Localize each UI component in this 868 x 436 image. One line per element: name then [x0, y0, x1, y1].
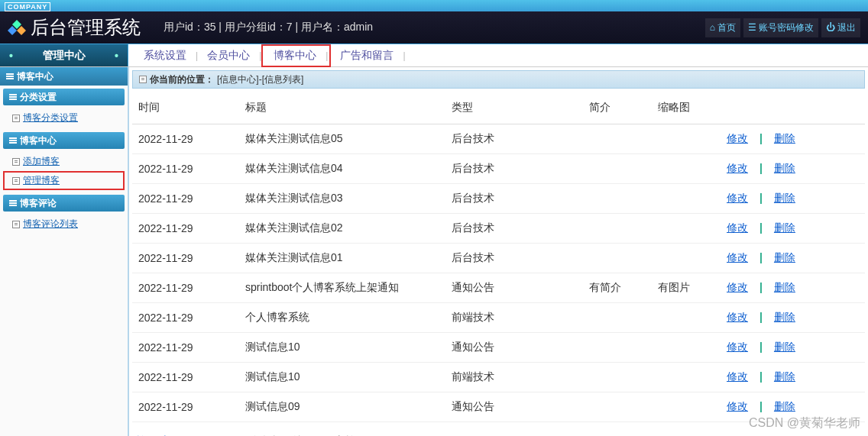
cell-type: 后台技术	[445, 184, 583, 214]
cell-title: 媒体关注测试信息02	[239, 214, 445, 244]
nav-member[interactable]: 会员中心	[198, 49, 259, 63]
delete-link[interactable]: 删除	[774, 132, 795, 144]
cell-time: 2022-11-29	[132, 333, 239, 363]
cell-time: 2022-11-29	[132, 124, 239, 154]
edit-link[interactable]: 修改	[727, 341, 748, 353]
cell-actions: 修改|删除	[721, 154, 865, 184]
action-separator: |	[748, 132, 774, 144]
cell-actions: 修改|删除	[721, 273, 865, 303]
mgmt-center-tab[interactable]: 管理中心	[0, 44, 128, 66]
doc-icon	[12, 221, 20, 228]
nav-ads[interactable]: 广告和留言	[331, 49, 403, 63]
cell-thumb: 有图片	[652, 273, 721, 303]
link-comment-list[interactable]: 博客评论列表	[3, 215, 125, 234]
cell-title: sprintboot个人博客系统上架通知	[239, 273, 445, 303]
cell-time: 2022-11-29	[132, 303, 239, 333]
cell-thumb	[652, 154, 721, 184]
action-separator: |	[748, 221, 774, 234]
delete-link[interactable]: 删除	[774, 370, 795, 383]
edit-link[interactable]: 修改	[727, 281, 748, 293]
delete-link[interactable]: 删除	[774, 221, 795, 234]
cell-time: 2022-11-29	[132, 244, 239, 273]
cell-actions: 修改|删除	[721, 303, 865, 333]
cell-brief	[583, 154, 652, 184]
delete-link[interactable]: 删除	[774, 400, 795, 412]
cell-type: 前端技术	[445, 303, 583, 333]
edit-link[interactable]: 修改	[727, 162, 748, 174]
link-blog-category[interactable]: 博客分类设置	[3, 108, 125, 128]
table-row: 2022-11-29测试信息10通知公告修改|删除	[132, 333, 865, 363]
action-separator: |	[748, 251, 774, 263]
edit-link[interactable]: 修改	[727, 132, 748, 144]
action-separator: |	[748, 281, 774, 293]
th-time: 时间	[132, 92, 239, 124]
cell-brief	[583, 333, 652, 363]
edit-link[interactable]: 修改	[727, 192, 748, 204]
power-icon: ⏻	[826, 22, 835, 33]
table-row: 2022-11-29sprintboot个人博客系统上架通知通知公告有简介有图片…	[132, 273, 865, 303]
cell-brief	[583, 124, 652, 154]
cell-thumb	[652, 363, 721, 392]
cell-type: 后台技术	[445, 244, 583, 273]
delete-link[interactable]: 删除	[774, 341, 795, 353]
cell-actions: 修改|删除	[721, 363, 865, 392]
sidebar: 博客中心 分类设置 博客分类设置 博客中心 添加博客 管理博客 博客评论 博客评…	[0, 67, 128, 436]
watermark: CSDN @黄菊华老师	[749, 415, 860, 431]
doc-icon	[12, 158, 20, 166]
bars-icon	[9, 96, 17, 98]
doc-icon	[12, 177, 20, 185]
cell-time: 2022-11-29	[132, 273, 239, 303]
cell-brief	[583, 363, 652, 392]
cell-type: 前端技术	[445, 363, 583, 392]
edit-link[interactable]: 修改	[727, 370, 748, 383]
cell-title: 个人博客系统	[239, 303, 445, 333]
cell-time: 2022-11-29	[132, 184, 239, 214]
company-tag: COMPANY	[5, 2, 50, 11]
link-add-blog[interactable]: 添加博客	[3, 152, 125, 171]
th-type: 类型	[445, 92, 583, 124]
action-separator: |	[748, 370, 774, 383]
app-title: 后台管理系统	[31, 15, 141, 40]
section-blog[interactable]: 博客中心	[3, 132, 125, 149]
delete-link[interactable]: 删除	[774, 192, 795, 204]
cell-title: 媒体关注测试信息05	[239, 124, 445, 154]
nav-system[interactable]: 系统设置	[134, 49, 196, 63]
table-row: 2022-11-29媒体关注测试信息03后台技术修改|删除	[132, 184, 865, 214]
delete-link[interactable]: 删除	[774, 162, 795, 174]
cell-actions: 修改|删除	[721, 184, 865, 214]
cell-actions: 修改|删除	[721, 333, 865, 363]
nav-blog[interactable]: 博客中心	[264, 49, 326, 61]
edit-link[interactable]: 修改	[727, 311, 748, 323]
app-header: 后台管理系统 用户id：35 | 用户分组id：7 | 用户名：admin ⌂首…	[0, 11, 868, 44]
content-area: 你当前的位置： [信息中心]-[信息列表] 时间 标题 类型 简介 缩略图 20…	[128, 67, 868, 436]
edit-link[interactable]: 修改	[727, 251, 748, 263]
cell-brief	[583, 392, 652, 422]
home-button[interactable]: ⌂首页	[705, 18, 740, 37]
section-category[interactable]: 分类设置	[3, 89, 125, 105]
delete-link[interactable]: 删除	[774, 281, 795, 293]
section-comment[interactable]: 博客评论	[3, 195, 125, 212]
logout-button[interactable]: ⏻退出	[821, 18, 860, 37]
cell-title: 测试信息10	[239, 333, 445, 363]
cell-time: 2022-11-29	[132, 392, 239, 422]
action-separator: |	[748, 311, 774, 323]
bars-icon	[6, 76, 14, 77]
delete-link[interactable]: 删除	[774, 251, 795, 263]
edit-link[interactable]: 修改	[727, 400, 748, 412]
cell-title: 媒体关注测试信息01	[239, 244, 445, 273]
doc-icon	[139, 76, 147, 83]
link-manage-blog[interactable]: 管理博客	[3, 171, 125, 190]
table-row: 2022-11-29媒体关注测试信息05后台技术修改|删除	[132, 124, 865, 154]
cell-time: 2022-11-29	[132, 214, 239, 244]
edit-link[interactable]: 修改	[727, 221, 748, 234]
cell-brief	[583, 244, 652, 273]
cell-brief	[583, 184, 652, 214]
table-row: 2022-11-29媒体关注测试信息02后台技术修改|删除	[132, 214, 865, 244]
cell-thumb	[652, 184, 721, 214]
delete-link[interactable]: 删除	[774, 311, 795, 323]
cell-type: 后台技术	[445, 124, 583, 154]
home-icon: ⌂	[710, 22, 715, 33]
cell-thumb	[652, 392, 721, 422]
password-button[interactable]: ☰账号密码修改	[743, 18, 818, 37]
cell-thumb	[652, 214, 721, 244]
